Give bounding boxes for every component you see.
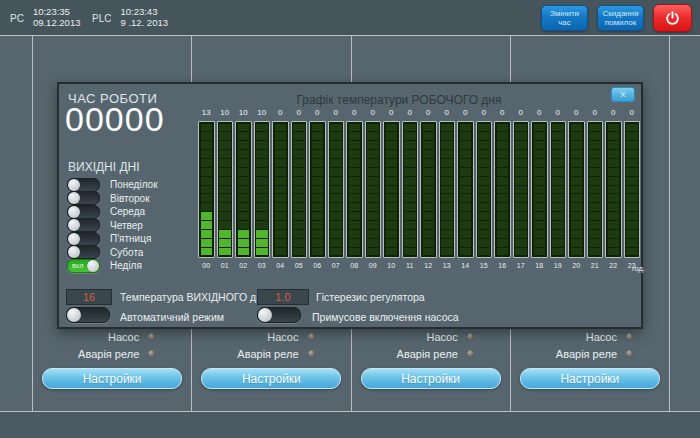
temperature-bar[interactable] [272, 121, 289, 258]
bar-segment [608, 212, 620, 220]
bar-segment [219, 203, 231, 211]
bar-segment [571, 186, 583, 194]
bar-segment [275, 177, 287, 185]
toggle-knob [68, 233, 80, 245]
temperature-bar[interactable] [328, 121, 345, 258]
bar-segment [238, 150, 250, 158]
bar-segment [589, 203, 601, 211]
change-time-button[interactable]: Змінити час [541, 5, 588, 31]
temperature-bar[interactable] [383, 121, 400, 258]
temperature-bar[interactable] [605, 121, 622, 258]
temperature-bar[interactable] [513, 121, 530, 258]
temperature-dialog: Графік температури РОБОЧОГО дня X ЧАС РО… [57, 82, 643, 329]
auto-mode-toggle[interactable] [66, 307, 110, 323]
forced-pump-toggle[interactable] [257, 307, 301, 323]
bar-segment [626, 141, 638, 149]
bar-segment [608, 248, 620, 256]
bar-segment [478, 141, 490, 149]
bar-segment [330, 159, 342, 167]
temperature-bar[interactable] [457, 121, 474, 258]
temperature-bar[interactable] [550, 121, 567, 258]
pump-led [148, 333, 155, 340]
weekend-temp-field[interactable]: 16 [66, 289, 112, 305]
pump-label: Насос [267, 331, 298, 343]
bar-segment [497, 221, 509, 229]
reset-errors-button[interactable]: Скидання помилок [597, 5, 644, 31]
bar-segment [626, 132, 638, 140]
bar-segment [571, 203, 583, 211]
temperature-bar[interactable] [587, 121, 604, 258]
chart-bar-column: 010 [383, 108, 400, 274]
temperature-bar[interactable] [365, 121, 382, 258]
weekend-day-toggle[interactable] [67, 191, 100, 205]
chart-bar-column: 1003 [254, 108, 271, 274]
bar-value-label: 0 [334, 108, 338, 121]
bar-segment [589, 212, 601, 220]
settings-button[interactable]: Настройки [42, 368, 182, 389]
temperature-bar[interactable] [291, 121, 308, 258]
bar-segment [626, 230, 638, 238]
temperature-bar[interactable] [346, 121, 363, 258]
bar-segment [367, 150, 379, 158]
bar-hour-label: 10 [387, 258, 395, 274]
temperature-bar[interactable] [254, 121, 271, 258]
bar-segment [256, 132, 268, 140]
weekend-day-toggle[interactable] [67, 232, 100, 246]
weekend-day-toggle[interactable] [67, 178, 100, 192]
bar-segment [497, 186, 509, 194]
temperature-bar[interactable] [494, 121, 511, 258]
chart-bar-column: 011 [402, 108, 419, 274]
temperature-bar[interactable] [439, 121, 456, 258]
bar-segment [478, 159, 490, 167]
temperature-bar[interactable] [402, 121, 419, 258]
chart-bar-column: 023 [624, 108, 641, 274]
bar-hour-label: 13 [443, 258, 451, 274]
bar-segment [256, 186, 268, 194]
temperature-bar[interactable] [198, 121, 215, 258]
bar-segment [589, 186, 601, 194]
bar-segment [534, 132, 546, 140]
temperature-bar[interactable] [420, 121, 437, 258]
bar-segment [275, 141, 287, 149]
bar-segment [534, 194, 546, 202]
temperature-bar[interactable] [476, 121, 493, 258]
bar-segment [238, 168, 250, 176]
bar-segment [589, 177, 601, 185]
bar-segment [293, 132, 305, 140]
pc-date: 09.12.2013 [33, 18, 81, 29]
settings-button[interactable]: Настройки [520, 368, 660, 389]
bar-segment [219, 141, 231, 149]
bar-segment [478, 248, 490, 256]
temperature-bar[interactable] [217, 121, 234, 258]
bar-segment [608, 239, 620, 247]
power-button[interactable] [653, 4, 692, 32]
chart-bar-column: 022 [605, 108, 622, 274]
temperature-bar[interactable] [531, 121, 548, 258]
weekend-day-toggle[interactable] [67, 205, 100, 219]
settings-button[interactable]: Настройки [361, 368, 501, 389]
temperature-bar[interactable] [235, 121, 252, 258]
close-button[interactable]: X [611, 87, 635, 102]
weekend-day-toggle[interactable] [67, 245, 100, 259]
bar-segment [441, 221, 453, 229]
bar-segment [256, 203, 268, 211]
bar-segment [608, 159, 620, 167]
chart-bar-column: 020 [568, 108, 585, 274]
bar-segment [201, 239, 213, 247]
weekend-day-toggle[interactable] [67, 218, 100, 232]
bar-segment [256, 221, 268, 229]
settings-button[interactable]: Настройки [201, 368, 341, 389]
temperature-bar[interactable] [624, 121, 641, 258]
chart-bars: 1300100110021003004005006007008009010011… [198, 108, 640, 274]
bar-segment [367, 159, 379, 167]
bar-segment [441, 150, 453, 158]
bar-segment [386, 150, 398, 158]
temperature-bar[interactable] [568, 121, 585, 258]
hysteresis-field[interactable]: 1.0 [257, 289, 309, 305]
bar-segment [238, 239, 250, 247]
bar-segment [386, 132, 398, 140]
temperature-bar[interactable] [309, 121, 326, 258]
bar-segment [423, 203, 435, 211]
weekend-day-toggle[interactable]: ВКЛ [67, 259, 100, 273]
relay-alarm-led [467, 350, 474, 357]
